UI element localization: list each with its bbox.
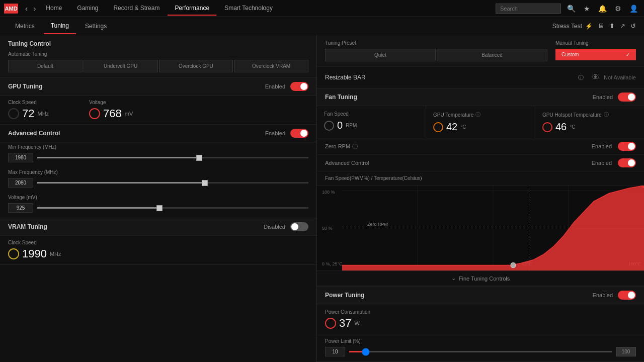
zero-rpm-label: Zero RPM ⓘ	[325, 143, 592, 150]
gpu-tuning-toggle[interactable]	[290, 82, 308, 91]
nav-smart[interactable]: Smart Technology	[217, 2, 280, 16]
fan-speed-label: Fan Speed	[324, 111, 419, 117]
tuning-control-area: Tuning Control Automatic Tuning Default …	[0, 35, 316, 78]
min-freq-slider[interactable]	[37, 157, 308, 158]
auto-btn-default[interactable]: Default	[8, 60, 83, 72]
resizable-bar-info-icon[interactable]: ⓘ	[578, 74, 584, 81]
min-freq-label: Min Frequency (MHz)	[8, 144, 308, 150]
advanced-control-header: Advanced Control Enabled	[0, 124, 316, 142]
vram-clock-label: Clock Speed	[8, 240, 61, 245]
fan-advanced-control-label: Advanced Control	[325, 160, 592, 166]
svg-point-10	[511, 262, 516, 268]
nav-home[interactable]: Home	[39, 2, 69, 16]
top-navigation: AMD ‹ › Home Gaming Record & Stream Perf…	[0, 0, 644, 17]
share-button[interactable]: ↗	[620, 22, 625, 30]
sub-nav-right: Stress Test ⚡ 🖥 ⬆ ↗ ↺	[552, 22, 636, 30]
auto-btn-overclock-gpu[interactable]: Overclock GPU	[159, 60, 233, 72]
resizable-bar-status: Not Available	[604, 74, 636, 80]
clock-speed-circle	[8, 108, 19, 119]
resizable-bar-row: Resizable BAR ⓘ 👁 Not Available	[317, 67, 644, 88]
zero-rpm-toggle[interactable]	[618, 142, 636, 151]
vram-clock-unit: MHz	[50, 251, 61, 257]
voltage-mv-slider[interactable]	[37, 207, 308, 209]
tuning-preset-group: Tuning Preset Quiet Balanced	[325, 40, 547, 61]
notifications-button[interactable]: 🔔	[596, 4, 609, 14]
voltage-group: Voltage 768 mV	[89, 100, 133, 120]
refresh-button[interactable]: ↺	[630, 22, 636, 30]
vram-tuning-title: VRAM Tuning	[8, 223, 264, 230]
nav-record[interactable]: Record & Stream	[106, 2, 167, 16]
resizable-bar-label: Resizable BAR	[325, 74, 574, 81]
tuning-control-title: Tuning Control	[8, 40, 308, 47]
fan-chart-svg	[342, 186, 644, 270]
search-button[interactable]: 🔍	[565, 4, 578, 14]
tab-tuning[interactable]: Tuning	[44, 18, 76, 34]
auto-btn-undervolt[interactable]: Undervolt GPU	[84, 60, 158, 72]
export-button[interactable]: ⬆	[609, 22, 615, 30]
power-consumption-group: Power Consumption 37 W	[325, 309, 370, 330]
chevron-down-icon: ⌄	[451, 275, 456, 282]
stress-test-button[interactable]: Stress Test ⚡	[552, 23, 593, 30]
nav-gaming[interactable]: Gaming	[70, 2, 105, 16]
gpu-hotspot-value-group: 46 °C	[542, 121, 637, 133]
vram-tuning-section: VRAM Tuning Disabled Clock Speed 1990 MH…	[0, 218, 316, 265]
fine-tuning-controls-button[interactable]: ⌄ Fine Tuning Controls	[317, 271, 644, 286]
gpu-hotspot-info-icon[interactable]: ⓘ	[604, 111, 609, 118]
tab-metrics[interactable]: Metrics	[8, 19, 42, 34]
tab-settings[interactable]: Settings	[78, 19, 114, 34]
vram-clock-value-group: 1990 MHz	[8, 247, 61, 260]
gpu-temp-unit: °C	[460, 124, 466, 130]
nav-performance[interactable]: Performance	[168, 2, 216, 16]
forward-button[interactable]: ›	[31, 4, 39, 14]
power-value: 37	[339, 317, 351, 330]
voltage-label: Voltage	[89, 100, 133, 105]
min-freq-slider-row: 1980	[8, 153, 308, 162]
back-button[interactable]: ‹	[22, 4, 31, 14]
gpu-temp-value: 42	[446, 121, 457, 133]
voltage-slider-area: Voltage (mV) 925	[0, 193, 316, 218]
zero-rpm-value: Enabled	[592, 143, 612, 149]
gpu-hotspot-metric: GPU Hotspot Temperature ⓘ 46 °C	[535, 106, 644, 138]
fan-tuning-toggle[interactable]	[618, 93, 636, 102]
vram-metrics-row: Clock Speed 1990 MHz	[0, 236, 316, 264]
vram-toggle[interactable]	[290, 222, 308, 231]
voltage-value: 768	[103, 107, 122, 120]
voltage-slider-row: 925	[8, 203, 308, 213]
stress-test-icon: ⚡	[585, 23, 593, 30]
auto-btn-overclock-vram[interactable]: Overclock VRAM	[234, 60, 308, 72]
vram-clock-circle	[8, 248, 19, 259]
nav-right-actions: 🔍 ★ 🔔 ⚙ 👤	[496, 4, 640, 14]
max-freq-value: 2080	[8, 178, 33, 188]
gpu-tuning-header: GPU Tuning Enabled	[0, 78, 316, 96]
power-unit: W	[354, 320, 359, 326]
power-limit-max-box: 100	[616, 347, 636, 356]
voltage-value-group: 768 mV	[89, 107, 133, 120]
profile-button[interactable]: 👤	[627, 4, 640, 14]
max-freq-slider[interactable]	[37, 182, 308, 184]
favorites-button[interactable]: ★	[582, 4, 592, 14]
power-tuning-toggle[interactable]	[618, 291, 636, 300]
power-limit-value: 10	[325, 347, 345, 356]
settings-button[interactable]: ⚙	[613, 4, 623, 14]
main-nav: Home Gaming Record & Stream Performance …	[39, 2, 496, 16]
vram-clock-group: Clock Speed 1990 MHz	[8, 240, 61, 260]
preset-quiet[interactable]: Quiet	[325, 49, 436, 61]
power-tuning-title: Power Tuning	[325, 292, 593, 299]
gpu-temp-info-icon[interactable]: ⓘ	[475, 111, 480, 118]
preset-balanced[interactable]: Balanced	[437, 49, 547, 61]
manual-tuning-custom-button[interactable]: Custom ✓	[555, 49, 636, 60]
left-panel: Tuning Control Automatic Tuning Default …	[0, 35, 317, 362]
advanced-control-toggle[interactable]	[290, 129, 308, 138]
power-tuning-section: Power Tuning Enabled Power Consumption 3…	[317, 287, 644, 362]
clock-speed-unit: MHz	[37, 111, 49, 117]
min-frequency-area: Min Frequency (MHz) 1980	[0, 142, 316, 167]
search-input[interactable]	[496, 4, 561, 14]
svg-text:AMD: AMD	[5, 6, 17, 12]
voltage-mv-value: 925	[8, 203, 33, 213]
fan-advanced-toggle[interactable]	[618, 158, 636, 167]
zero-rpm-info-icon[interactable]: ⓘ	[352, 143, 358, 150]
fine-tune-label: Fine Tuning Controls	[459, 276, 510, 282]
power-limit-slider[interactable]	[349, 351, 612, 352]
power-value-group: 37 W	[325, 317, 370, 330]
monitor-icon-button[interactable]: 🖥	[598, 22, 604, 30]
